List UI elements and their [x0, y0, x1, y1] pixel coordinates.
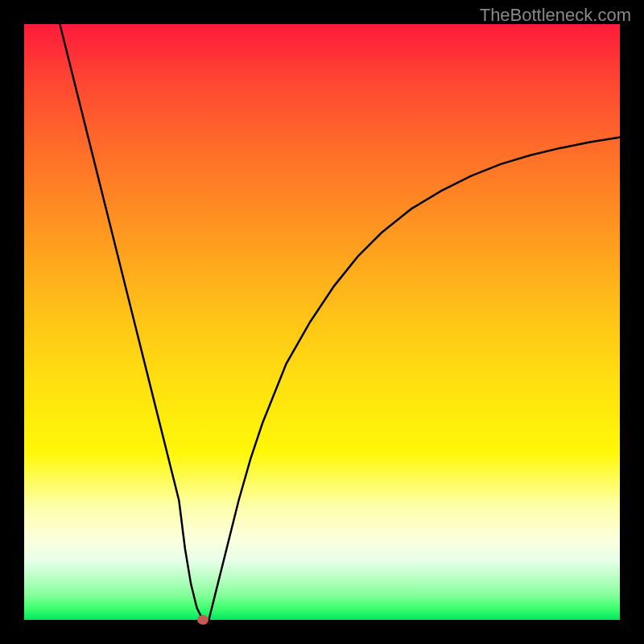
- optimal-point-marker: [197, 615, 208, 625]
- bottleneck-curve: [24, 24, 620, 620]
- chart-plot-area: [24, 24, 620, 620]
- watermark-text: TheBottleneck.com: [480, 5, 631, 26]
